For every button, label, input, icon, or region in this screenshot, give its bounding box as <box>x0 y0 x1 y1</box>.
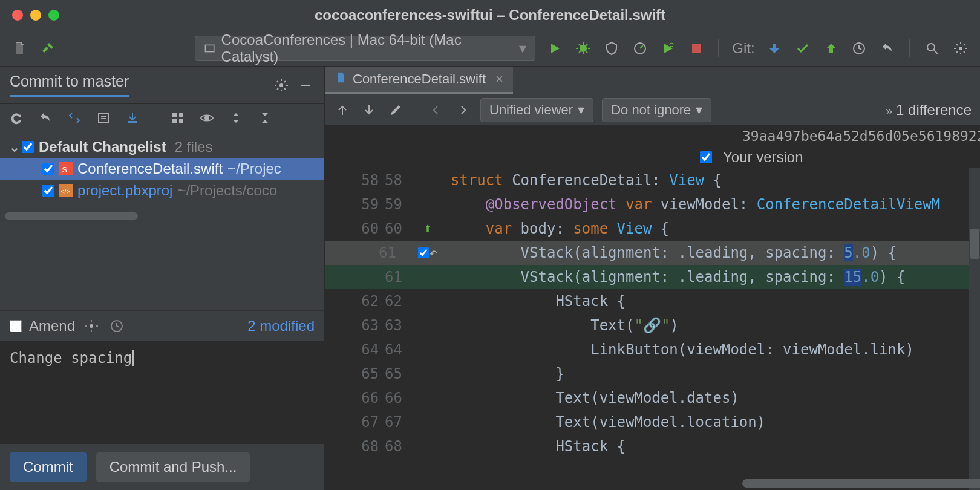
svg-rect-12 <box>172 113 177 117</box>
code-content: } <box>446 365 564 382</box>
history-icon[interactable] <box>108 317 126 335</box>
next-change-icon[interactable] <box>360 101 378 119</box>
line-number-gutter: 6767 <box>325 414 410 431</box>
svg-rect-13 <box>179 113 183 117</box>
line-number-gutter: 61 <box>325 269 410 286</box>
code-line[interactable]: 6666 Text(viewModel.dates) <box>325 386 980 410</box>
code-content: LinkButton(viewModel: viewModel.link) <box>446 341 914 358</box>
coverage-icon[interactable] <box>603 39 620 57</box>
file-row[interactable]: </> project.pbxproj ~/Projects/coco <box>0 180 324 201</box>
gear-icon[interactable] <box>272 76 290 94</box>
commit-message-field[interactable]: Change spacing <box>0 341 324 444</box>
svg-point-16 <box>204 116 209 120</box>
code-line[interactable]: 5858struct ConferenceDetail: View { <box>325 168 980 192</box>
shelve-icon[interactable] <box>123 109 142 127</box>
code-line[interactable]: 6363 Text("🔗") <box>325 313 980 338</box>
git-push-icon[interactable] <box>822 39 840 57</box>
file-checkbox[interactable] <box>42 163 54 175</box>
scroll-marker[interactable] <box>970 229 979 259</box>
diff-code-view[interactable]: 5858struct ConferenceDetail: View {5959 … <box>325 168 980 490</box>
search-icon[interactable] <box>923 39 941 57</box>
prev-change-icon[interactable] <box>333 101 351 119</box>
commit-and-push-button[interactable]: Commit and Push... <box>96 452 250 482</box>
back-icon[interactable] <box>427 101 445 119</box>
changelist-node[interactable]: ⌄ Default Changelist 2 files <box>0 136 324 158</box>
svg-point-7 <box>959 47 962 50</box>
ignore-mode-selector[interactable]: Do not ignore ▾ <box>602 98 711 122</box>
changelist-icon[interactable] <box>94 109 113 127</box>
commit-button[interactable]: Commit <box>10 452 87 482</box>
code-line[interactable]: 6464 LinkButton(viewModel: viewModel.lin… <box>325 338 980 362</box>
git-commit-icon[interactable] <box>794 39 811 57</box>
profile-icon[interactable] <box>631 39 648 57</box>
code-content: Text(viewModel.dates) <box>446 390 739 407</box>
refresh-icon[interactable] <box>7 109 25 127</box>
horizontal-scrollbar[interactable] <box>742 479 980 488</box>
minimize-window-button[interactable] <box>30 10 41 21</box>
changelist-checkbox[interactable] <box>22 141 34 153</box>
text-cursor <box>132 350 134 366</box>
run-icon[interactable] <box>546 39 564 57</box>
main-toolbar: CocoaConferences | Mac 64-bit (Mac Catal… <box>0 30 980 67</box>
double-chevron-icon: » <box>886 104 892 117</box>
code-line[interactable]: 61 ↶ VStack(alignment: .leading, spacing… <box>325 241 980 265</box>
amend-checkbox[interactable] <box>10 320 22 332</box>
minimize-panel-icon[interactable] <box>296 76 315 94</box>
svg-text:S: S <box>62 165 68 174</box>
debug-icon[interactable] <box>575 39 592 57</box>
run-configuration-selector[interactable]: CocoaConferences | Mac 64-bit (Mac Catal… <box>195 36 535 61</box>
line-number-gutter: 5858 <box>325 172 410 189</box>
code-line[interactable]: 6262 HStack { <box>325 289 980 313</box>
hammer-build-icon[interactable] <box>39 39 57 57</box>
diff-icon[interactable] <box>65 109 83 127</box>
gear-icon[interactable] <box>82 317 100 335</box>
chevron-down-icon: ⌄ <box>8 139 17 155</box>
attach-icon[interactable] <box>659 39 677 57</box>
diff-action-gutter[interactable]: ⬆ <box>410 220 446 237</box>
edit-icon[interactable] <box>387 101 405 119</box>
code-line[interactable]: 61 VStack(alignment: .leading, spacing: … <box>325 265 980 289</box>
code-line[interactable]: 6060⬆ var body: some View { <box>325 217 980 241</box>
line-number-gutter: 6060 <box>325 220 410 237</box>
editor-tab[interactable]: ConferenceDetail.swift × <box>325 67 513 94</box>
diff-count: »1 difference <box>886 102 972 119</box>
expand-icon[interactable] <box>227 109 245 127</box>
window-title: cocoaconferences-swiftui – ConferenceDet… <box>315 7 665 24</box>
file-row[interactable]: S ConferenceDetail.swift ~/Projec <box>0 158 324 180</box>
zoom-window-button[interactable] <box>48 10 59 21</box>
changelist-tree[interactable]: ⌄ Default Changelist 2 files S Conferenc… <box>0 132 324 310</box>
viewer-mode-selector[interactable]: Unified viewer ▾ <box>480 98 593 122</box>
settings-gear-icon[interactable] <box>952 39 969 57</box>
open-file-icon[interactable] <box>11 39 28 57</box>
your-version-checkbox[interactable] <box>700 151 712 163</box>
rollback-icon[interactable] <box>36 109 54 127</box>
git-history-icon[interactable] <box>851 39 868 57</box>
code-line[interactable]: 5959 @ObservedObject var viewModel: Conf… <box>325 192 980 217</box>
viewer-mode-label: Unified viewer <box>489 102 573 118</box>
group-by-icon[interactable] <box>169 109 187 127</box>
line-number-gutter: 61 <box>325 244 410 261</box>
stop-icon[interactable] <box>688 39 705 57</box>
line-number-gutter: 6464 <box>325 341 410 358</box>
marker-bar[interactable] <box>969 168 980 490</box>
git-revert-icon[interactable] <box>879 39 897 57</box>
git-pull-icon[interactable] <box>766 39 783 57</box>
code-line[interactable]: 6565 } <box>325 362 980 386</box>
modified-count[interactable]: 2 modified <box>247 318 315 335</box>
commit-buttons: Commit Commit and Push... <box>0 444 324 490</box>
horizontal-scrollbar[interactable] <box>5 212 138 220</box>
close-tab-icon[interactable]: × <box>495 71 503 87</box>
file-checkbox[interactable] <box>42 185 54 197</box>
svg-rect-0 <box>205 45 214 51</box>
code-line[interactable]: 6767 Text(viewModel.location) <box>325 410 980 434</box>
collapse-icon[interactable] <box>256 109 274 127</box>
code-line[interactable]: 6868 HStack { <box>325 434 980 459</box>
close-window-button[interactable] <box>12 10 23 21</box>
svg-point-8 <box>279 83 283 87</box>
code-content: HStack { <box>446 438 626 455</box>
view-options-icon[interactable] <box>198 109 216 127</box>
diff-action-gutter[interactable]: ↶ <box>410 244 446 261</box>
forward-icon[interactable] <box>454 101 472 119</box>
swift-file-icon <box>335 71 347 87</box>
file-path: ~/Projects/coco <box>177 182 277 199</box>
